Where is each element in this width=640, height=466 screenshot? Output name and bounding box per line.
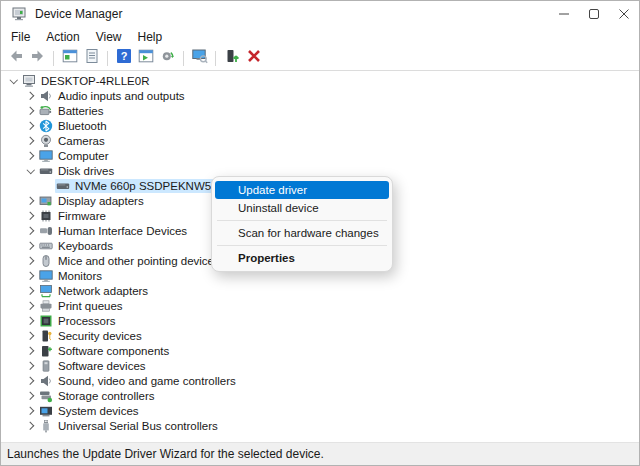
menu-item-properties[interactable]: Properties bbox=[215, 249, 389, 267]
scan-computer-button[interactable] bbox=[190, 49, 209, 68]
tree-item-label: Display adapters bbox=[58, 195, 144, 207]
chevron-right-icon[interactable] bbox=[24, 149, 38, 163]
row-body[interactable]: Human Interface Devices bbox=[38, 224, 190, 238]
row-body[interactable]: Universal Serial Bus controllers bbox=[38, 419, 221, 433]
menubar-item-help[interactable]: Help bbox=[130, 29, 171, 45]
chevron-right-icon[interactable] bbox=[24, 89, 38, 103]
tree-item-bluetooth[interactable]: Bluetooth bbox=[1, 118, 639, 133]
row-body[interactable]: Software components bbox=[38, 344, 172, 358]
tree-item-batteries[interactable]: Batteries bbox=[1, 103, 639, 118]
menu-item-update-driver[interactable]: Update driver bbox=[215, 181, 389, 199]
tree-item-processors[interactable]: Processors bbox=[1, 313, 639, 328]
tree-item-software-devices[interactable]: Software devices bbox=[1, 358, 639, 373]
help-button[interactable]: ? bbox=[114, 49, 133, 68]
row-body[interactable]: Display adapters bbox=[38, 194, 147, 208]
minimize-button[interactable] bbox=[549, 1, 579, 27]
chevron-right-icon[interactable] bbox=[24, 269, 38, 283]
chevron-right-icon[interactable] bbox=[24, 389, 38, 403]
tree-item-label: Disk drives bbox=[58, 165, 114, 177]
chevron-right-icon[interactable] bbox=[24, 284, 38, 298]
tree-item-usb-controllers[interactable]: Universal Serial Bus controllers bbox=[1, 418, 639, 433]
chevron-right-icon[interactable] bbox=[24, 224, 38, 238]
row-body[interactable]: Firmware bbox=[38, 209, 109, 223]
row-body[interactable]: Monitors bbox=[38, 269, 105, 283]
status-text: Launches the Update Driver Wizard for th… bbox=[7, 447, 324, 461]
menu-item-uninstall-device[interactable]: Uninstall device bbox=[215, 199, 389, 217]
tree-item-computer[interactable]: Computer bbox=[1, 148, 639, 163]
chevron-right-icon[interactable] bbox=[24, 359, 38, 373]
row-body[interactable]: Print queues bbox=[38, 299, 126, 313]
tree-item-label: Cameras bbox=[58, 135, 105, 147]
chevron-right-icon[interactable] bbox=[24, 329, 38, 343]
row-body[interactable]: Disk drives bbox=[38, 164, 117, 178]
chevron-right-icon[interactable] bbox=[24, 104, 38, 118]
window-controls bbox=[549, 1, 639, 27]
chevron-right-icon[interactable] bbox=[24, 119, 38, 133]
tree-item-audio-inputs[interactable]: Audio inputs and outputs bbox=[1, 88, 639, 103]
row-body[interactable]: Keyboards bbox=[38, 239, 116, 253]
mouse-icon bbox=[39, 254, 53, 268]
row-body[interactable]: Security devices bbox=[38, 329, 145, 343]
row-body[interactable]: Processors bbox=[38, 314, 119, 328]
chevron-right-icon[interactable] bbox=[24, 209, 38, 223]
forward-button[interactable] bbox=[28, 49, 47, 68]
document-icon bbox=[84, 48, 100, 68]
action-pane-button[interactable] bbox=[136, 49, 155, 68]
disk-drive-icon bbox=[56, 179, 70, 193]
chevron-right-icon[interactable] bbox=[24, 239, 38, 253]
tree-item-label: Software devices bbox=[58, 360, 146, 372]
menubar-item-file[interactable]: File bbox=[3, 29, 38, 45]
chevron-right-icon[interactable] bbox=[24, 374, 38, 388]
row-body[interactable]: Cameras bbox=[38, 134, 108, 148]
help-icon: ? bbox=[116, 48, 132, 68]
chevron-right-icon[interactable] bbox=[24, 419, 38, 433]
tree-item-software-components[interactable]: Software components bbox=[1, 343, 639, 358]
tree-item-desktop-4rlle0r[interactable]: DESKTOP-4RLLE0R bbox=[1, 73, 639, 88]
row-body[interactable]: Mice and other pointing devices bbox=[38, 254, 223, 268]
tree-item-cameras[interactable]: Cameras bbox=[1, 133, 639, 148]
chevron-right-icon[interactable] bbox=[24, 299, 38, 313]
toolbar-separator bbox=[183, 51, 184, 66]
tree-item-sound-video-game[interactable]: Sound, video and game controllers bbox=[1, 373, 639, 388]
update-driver-button[interactable] bbox=[222, 49, 241, 68]
row-body[interactable]: Software devices bbox=[38, 359, 149, 373]
row-body[interactable]: Sound, video and game controllers bbox=[38, 374, 239, 388]
back-button[interactable] bbox=[6, 49, 25, 68]
chevron-right-icon[interactable] bbox=[24, 254, 38, 268]
chevron-down-icon[interactable] bbox=[7, 74, 21, 88]
chevron-right-icon[interactable] bbox=[24, 134, 38, 148]
context-menu-separator bbox=[217, 245, 387, 246]
show-console-tree-button[interactable] bbox=[60, 49, 79, 68]
row-body[interactable]: Audio inputs and outputs bbox=[38, 89, 188, 103]
chevron-right-icon[interactable] bbox=[24, 404, 38, 418]
toolbar: ? bbox=[1, 46, 639, 71]
chevron-right-icon[interactable] bbox=[24, 194, 38, 208]
row-body[interactable]: Batteries bbox=[38, 104, 106, 118]
row-body[interactable]: Network adapters bbox=[38, 284, 151, 298]
status-bar: Launches the Update Driver Wizard for th… bbox=[1, 442, 639, 465]
row-body[interactable]: System devices bbox=[38, 404, 142, 418]
row-body[interactable]: Bluetooth bbox=[38, 119, 110, 133]
chevron-right-icon[interactable] bbox=[24, 314, 38, 328]
tree-item-label: Storage controllers bbox=[58, 390, 155, 402]
tree-item-storage-controllers[interactable]: Storage controllers bbox=[1, 388, 639, 403]
tree-item-network-adapters[interactable]: Network adapters bbox=[1, 283, 639, 298]
row-body[interactable]: Storage controllers bbox=[38, 389, 158, 403]
tree-item-system-devices[interactable]: System devices bbox=[1, 403, 639, 418]
row-body[interactable]: Computer bbox=[38, 149, 112, 163]
close-button[interactable] bbox=[609, 1, 639, 27]
tree-item-print-queues[interactable]: Print queues bbox=[1, 298, 639, 313]
chevron-right-icon[interactable] bbox=[24, 344, 38, 358]
row-body[interactable]: DESKTOP-4RLLE0R bbox=[21, 74, 152, 88]
scan-hardware-button[interactable] bbox=[158, 49, 177, 68]
properties-doc-button[interactable] bbox=[82, 49, 101, 68]
tree-item-security-devices[interactable]: Security devices bbox=[1, 328, 639, 343]
tree-item-label: Computer bbox=[58, 150, 109, 162]
maximize-button[interactable] bbox=[579, 1, 609, 27]
chevron-down-icon[interactable] bbox=[24, 164, 38, 178]
uninstall-device-button[interactable] bbox=[244, 49, 263, 68]
menu-item-scan-hardware-changes[interactable]: Scan for hardware changes bbox=[215, 224, 389, 242]
menubar-item-view[interactable]: View bbox=[88, 29, 130, 45]
tree-item-label: Monitors bbox=[58, 270, 102, 282]
menubar-item-action[interactable]: Action bbox=[38, 29, 87, 45]
